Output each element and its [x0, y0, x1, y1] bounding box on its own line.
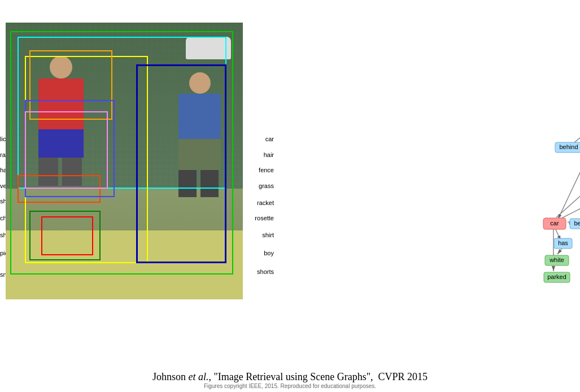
svg-line-30 [556, 189, 580, 217]
svg-line-34 [557, 249, 562, 254]
copyright-text: Figures copyright IEEE, 2015. Reproduced… [0, 383, 580, 389]
svg-text:parked: parked [547, 273, 566, 280]
svg-text:behind: behind [559, 143, 578, 150]
svg-text:white: white [549, 256, 564, 263]
svg-text:behind: behind [574, 220, 580, 227]
photo [6, 23, 243, 299]
svg-text:car: car [550, 220, 559, 227]
footer: Johnson et al., "Image Retrieval using S… [0, 371, 580, 389]
main-container: license plate racket hair vest shirt chi… [0, 0, 580, 392]
svg-text:has: has [558, 239, 568, 246]
scene-graph: boy rosette on shirt blue striped wearin… [268, 0, 580, 373]
citation-text: Johnson et al., "Image Retrieval using S… [0, 371, 580, 383]
image-area: license plate racket hair vest shirt chi… [0, 6, 277, 328]
